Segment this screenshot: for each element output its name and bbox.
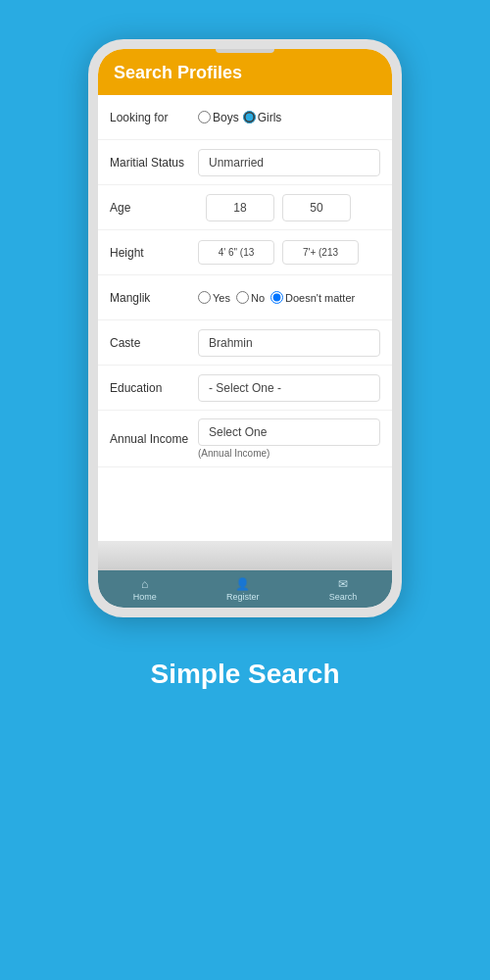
girls-radio[interactable] [243,111,256,123]
annual-income-label: Annual Income [110,432,198,446]
form-area: Looking for Boys Girls [98,95,392,541]
screen-header: Search Profiles [98,49,392,95]
education-row: Education [98,366,392,411]
girls-radio-text: Girls [258,111,282,124]
home-icon: ⌂ [141,577,148,591]
simple-search-label: Simple Search [151,659,340,690]
search-icon: ✉ [338,577,348,591]
manglik-no-radio[interactable] [236,291,249,304]
education-label: Education [110,381,198,395]
manglik-dm-label[interactable]: Doesn't matter [270,291,355,304]
manglik-radio-group[interactable]: Yes No Doesn't matter [198,291,355,304]
nav-home-label: Home [133,592,157,602]
screen-content: Search Profiles Looking for Boys [98,49,392,608]
bottom-nav: ⌂ Home 👤 Register ✉ Search [98,570,392,608]
marital-status-label: Maritial Status [110,156,198,170]
manglik-no-text: No [251,292,265,304]
age-max-input[interactable] [282,194,351,221]
register-icon: 👤 [235,577,250,591]
caste-label: Caste [110,336,198,350]
manglik-dm-radio[interactable] [270,291,283,304]
manglik-label: Manglik [110,291,198,305]
girls-radio-label[interactable]: Girls [243,111,282,124]
fade-area [98,541,392,570]
phone-notch [216,49,274,53]
age-min-input[interactable] [206,194,274,221]
education-input[interactable] [198,374,380,402]
height-label: Height [110,246,198,260]
nav-home[interactable]: ⌂ Home [133,577,157,602]
manglik-row: Manglik Yes No [98,275,392,320]
manglik-yes-text: Yes [213,292,230,304]
annual-income-row: Annual Income (Annual Income) [98,411,392,467]
looking-for-radio-group[interactable]: Boys Girls [198,111,281,124]
manglik-dm-text: Doesn't matter [285,292,355,304]
nav-search-label: Search [329,592,358,602]
boys-radio[interactable] [198,111,211,123]
annual-income-field: (Annual Income) [198,418,380,459]
manglik-yes-radio[interactable] [198,291,211,304]
manglik-no-label[interactable]: No [236,291,265,304]
boys-radio-text: Boys [213,111,239,124]
caste-input[interactable] [198,329,380,357]
looking-for-row: Looking for Boys Girls [98,95,392,140]
marital-status-input[interactable] [198,149,380,176]
height-row: Height [98,230,392,275]
nav-register-label: Register [226,592,260,602]
nav-register[interactable]: 👤 Register [226,577,260,602]
age-label: Age [110,201,198,215]
height-max-input[interactable] [282,240,359,265]
annual-income-sub: (Annual Income) [198,448,380,459]
page-title: Search Profiles [114,63,242,82]
height-inputs [198,240,359,265]
height-min-input[interactable] [198,240,274,265]
phone-mockup: Search Profiles Looking for Boys [88,39,402,627]
phone-outer: Search Profiles Looking for Boys [88,39,402,617]
boys-radio-label[interactable]: Boys [198,111,239,124]
caste-row: Caste [98,320,392,366]
marital-status-row: Maritial Status [98,140,392,185]
nav-search[interactable]: ✉ Search [329,577,358,602]
annual-income-input[interactable] [198,418,380,446]
manglik-yes-label[interactable]: Yes [198,291,230,304]
looking-for-label: Looking for [110,111,198,124]
phone-screen: Search Profiles Looking for Boys [98,49,392,608]
age-row: Age [98,185,392,230]
